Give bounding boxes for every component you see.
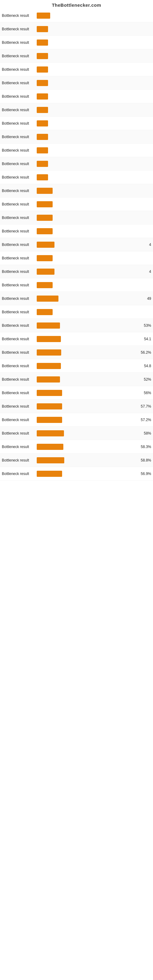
- table-row: Bottleneck result54.8: [0, 359, 153, 373]
- bar-container: [37, 444, 139, 450]
- bottleneck-label: Bottleneck result: [2, 243, 35, 247]
- bottleneck-label: Bottleneck result: [2, 229, 35, 233]
- bar-value: 57.7%: [141, 404, 151, 409]
- table-row: Bottleneck result: [0, 211, 153, 224]
- bar-cell: Bottleneck result: [2, 120, 151, 126]
- bottleneck-label: Bottleneck result: [2, 189, 35, 193]
- bar-cell: Bottleneck result: [2, 255, 151, 261]
- bar-cell: Bottleneck result4: [2, 242, 151, 248]
- bar: [37, 417, 62, 423]
- bar: [37, 323, 60, 329]
- bar-cell: Bottleneck result56.2%: [2, 350, 151, 356]
- bottleneck-label: Bottleneck result: [2, 431, 35, 436]
- bar: [37, 134, 48, 140]
- bottleneck-label: Bottleneck result: [2, 121, 35, 126]
- bar-value: 56%: [144, 391, 151, 395]
- bar-container: [37, 188, 149, 194]
- bar: [37, 390, 62, 396]
- bar-value: 53%: [144, 323, 151, 328]
- table-row: Bottleneck result: [0, 278, 153, 292]
- bar-container: [37, 323, 142, 329]
- bar-cell: Bottleneck result: [2, 67, 151, 73]
- bar-container: [37, 269, 147, 275]
- table-row: Bottleneck result58.3%: [0, 440, 153, 453]
- bar-value: 4: [149, 243, 151, 247]
- bottleneck-label: Bottleneck result: [2, 472, 35, 476]
- table-row: Bottleneck result: [0, 49, 153, 63]
- bar-cell: Bottleneck result: [2, 174, 151, 180]
- table-row: Bottleneck result: [0, 103, 153, 117]
- bottleneck-label: Bottleneck result: [2, 94, 35, 99]
- table-row: Bottleneck result58%: [0, 426, 153, 440]
- bar-container: [37, 228, 149, 234]
- bottleneck-label: Bottleneck result: [2, 337, 35, 341]
- bar-cell: Bottleneck result: [2, 80, 151, 86]
- bar-value: 56.9%: [141, 472, 151, 476]
- bar-cell: Bottleneck result49: [2, 296, 151, 302]
- table-row: Bottleneck result: [0, 130, 153, 144]
- bottleneck-label: Bottleneck result: [2, 148, 35, 153]
- bar: [37, 107, 48, 113]
- bar-container: [37, 201, 149, 207]
- bar-cell: Bottleneck result: [2, 134, 151, 140]
- bar: [37, 457, 64, 463]
- bar-cell: Bottleneck result: [2, 13, 151, 19]
- bar-cell: Bottleneck result54.1: [2, 336, 151, 342]
- bottleneck-label: Bottleneck result: [2, 13, 35, 18]
- table-row: Bottleneck result: [0, 117, 153, 130]
- bar-container: [37, 309, 149, 315]
- bar-value: 54.8: [144, 364, 151, 368]
- bottleneck-label: Bottleneck result: [2, 175, 35, 180]
- bar-container: [37, 390, 142, 396]
- bar-cell: Bottleneck result: [2, 188, 151, 194]
- bar-value: 4: [149, 269, 151, 274]
- bar: [37, 255, 53, 261]
- table-row: Bottleneck result52%: [0, 373, 153, 386]
- bar-container: [37, 417, 139, 423]
- bar: [37, 147, 48, 153]
- bottleneck-label: Bottleneck result: [2, 458, 35, 463]
- bar: [37, 174, 48, 180]
- bar-container: [37, 174, 149, 180]
- bar: [37, 336, 61, 342]
- site-header: TheBottlenecker.com: [0, 0, 153, 9]
- bottleneck-label: Bottleneck result: [2, 296, 35, 301]
- bar: [37, 444, 63, 450]
- bottleneck-label: Bottleneck result: [2, 269, 35, 274]
- bottleneck-label: Bottleneck result: [2, 364, 35, 368]
- bar: [37, 26, 48, 32]
- bar-value: 58.8%: [141, 458, 151, 463]
- table-row: Bottleneck result: [0, 76, 153, 90]
- bar-cell: Bottleneck result58.8%: [2, 457, 151, 463]
- bottleneck-label: Bottleneck result: [2, 81, 35, 85]
- table-row: Bottleneck result: [0, 197, 153, 211]
- bar-container: [37, 40, 149, 46]
- bar-cell: Bottleneck result57.7%: [2, 403, 151, 409]
- bar: [37, 282, 53, 288]
- bottleneck-label: Bottleneck result: [2, 27, 35, 31]
- bar: [37, 161, 48, 167]
- bar-cell: Bottleneck result58%: [2, 430, 151, 436]
- bar: [37, 53, 48, 59]
- bar-value: 49: [147, 296, 151, 301]
- bottleneck-label: Bottleneck result: [2, 216, 35, 220]
- bottleneck-label: Bottleneck result: [2, 391, 35, 395]
- bottleneck-label: Bottleneck result: [2, 377, 35, 382]
- bottleneck-label: Bottleneck result: [2, 310, 35, 314]
- bar-cell: Bottleneck result53%: [2, 323, 151, 329]
- table-row: Bottleneck result: [0, 170, 153, 184]
- bottleneck-label: Bottleneck result: [2, 135, 35, 139]
- table-row: Bottleneck result: [0, 251, 153, 265]
- bar-container: [37, 26, 149, 32]
- bar-value: 57.2%: [141, 418, 151, 422]
- bar-cell: Bottleneck result56%: [2, 390, 151, 396]
- bottleneck-label: Bottleneck result: [2, 256, 35, 260]
- bar-container: [37, 53, 149, 59]
- bottleneck-label: Bottleneck result: [2, 40, 35, 45]
- bottleneck-label: Bottleneck result: [2, 418, 35, 422]
- table-row: Bottleneck result49: [0, 292, 153, 305]
- bar: [37, 201, 53, 207]
- bar-container: [37, 161, 149, 167]
- bar-container: [37, 363, 142, 369]
- bar-container: [37, 107, 149, 113]
